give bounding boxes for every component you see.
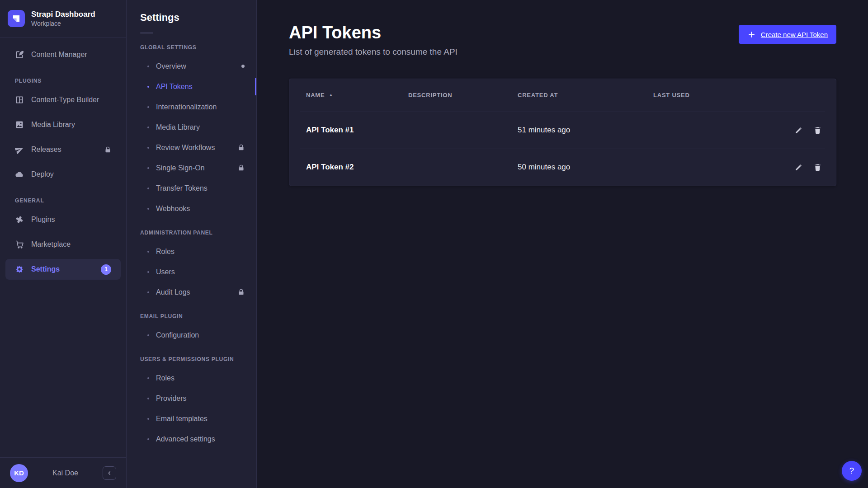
delete-token-button[interactable] — [810, 160, 825, 175]
token-created-at-cell: 50 minutes ago — [518, 163, 653, 172]
nav-item[interactable]: Deploy — [5, 164, 121, 185]
pencil-icon — [794, 163, 803, 172]
brand: Strapi Dashboard Workplace — [0, 0, 126, 38]
settings-nav-item-label: Users — [156, 268, 175, 276]
layout-icon — [15, 95, 24, 104]
bullet-dot — [147, 208, 149, 210]
sort-ascending-icon: ▲ — [329, 93, 333, 97]
nav-item[interactable]: Content-Type Builder — [5, 89, 121, 110]
settings-nav-item-label: Email templates — [156, 415, 208, 423]
trash-icon — [813, 163, 822, 172]
table-row[interactable]: API Token #1 51 minutes ago — [300, 112, 825, 149]
bullet-dot — [147, 188, 149, 189]
page-header: API Tokens List of generated tokens to c… — [289, 23, 836, 57]
edit-token-button[interactable] — [791, 160, 806, 175]
settings-nav-item[interactable]: Internationalization — [127, 97, 256, 117]
puzzle-icon — [15, 215, 24, 224]
delete-token-button[interactable] — [810, 122, 825, 138]
nav-item[interactable]: Content Manager — [5, 44, 121, 65]
settings-nav-item[interactable]: Webhooks — [127, 198, 256, 219]
settings-nav-item[interactable]: Configuration — [127, 325, 256, 345]
bullet-dot — [147, 291, 149, 293]
nav-item-label: Plugins — [31, 216, 55, 224]
bullet-dot — [147, 398, 149, 399]
feather-icon — [15, 50, 24, 59]
column-label: DESCRIPTION — [408, 92, 452, 99]
settings-nav-item[interactable]: Overview — [127, 56, 256, 76]
chevron-left-icon — [106, 470, 113, 476]
lock-icon — [238, 144, 245, 151]
settings-section-header: GLOBAL SETTINGS — [127, 44, 256, 51]
collapse-sidebar-button[interactable] — [103, 466, 116, 480]
column-header[interactable]: DESCRIPTION — [408, 92, 518, 99]
settings-nav-item-label: Roles — [156, 374, 175, 382]
settings-nav-section: ADMINISTRATION PANEL Roles Users Audit L… — [127, 230, 256, 302]
settings-nav-item[interactable]: Transfer Tokens — [127, 178, 256, 198]
settings-section-header: USERS & PERMISSIONS PLUGIN — [127, 356, 256, 362]
avatar[interactable]: KD — [10, 464, 28, 482]
settings-nav-item[interactable]: Review Workflows — [127, 137, 256, 158]
settings-nav-section: USERS & PERMISSIONS PLUGIN Roles Provide… — [127, 356, 256, 449]
settings-nav-item[interactable]: Roles — [127, 241, 256, 262]
plus-icon — [747, 30, 756, 39]
pencil-icon — [794, 126, 803, 135]
edit-token-button[interactable] — [791, 122, 806, 138]
settings-section-header: ADMINISTRATION PANEL — [127, 230, 256, 236]
paper-plane-icon — [15, 145, 24, 154]
bullet-dot — [147, 251, 149, 253]
settings-nav-item-label: API Tokens — [156, 83, 193, 91]
help-button[interactable]: ? — [842, 461, 862, 481]
settings-nav-item[interactable]: Advanced settings — [127, 429, 256, 449]
settings-subnav: Settings GLOBAL SETTINGS Overview API To… — [127, 0, 257, 488]
create-api-token-button[interactable]: Create new API Token — [739, 25, 836, 44]
column-header[interactable]: NAME ▲ — [306, 92, 408, 99]
settings-nav-item[interactable]: API Tokens — [127, 76, 256, 97]
nav-item-label: Releases — [31, 145, 61, 154]
token-created-at-cell: 51 minutes ago — [518, 126, 653, 135]
settings-nav-item[interactable]: Single Sign-On — [127, 158, 256, 178]
bullet-dot — [147, 271, 149, 273]
settings-nav-item[interactable]: Audit Logs — [127, 282, 256, 302]
nav-section-header: PLUGINS — [5, 78, 121, 84]
column-header[interactable]: LAST USED — [653, 92, 779, 99]
settings-nav-item[interactable]: Users — [127, 262, 256, 282]
row-actions — [775, 160, 825, 175]
settings-nav-item[interactable]: Providers — [127, 388, 256, 408]
settings-nav-item-label: Roles — [156, 248, 175, 256]
user-menu[interactable]: KD Kai Doe — [0, 457, 126, 488]
user-name: Kai Doe — [28, 469, 103, 477]
nav-item[interactable]: Releases — [5, 139, 121, 160]
token-name-cell: API Token #1 — [306, 126, 408, 135]
column-label: NAME — [306, 92, 325, 99]
bullet-dot — [147, 377, 149, 379]
settings-nav-item-label: Webhooks — [156, 205, 190, 213]
nav-section: PLUGINS Content-Type Builder Media Libra… — [5, 78, 121, 185]
nav-item[interactable]: Plugins — [5, 209, 121, 230]
nav-item-label: Media Library — [31, 121, 75, 129]
nav-item-label: Deploy — [31, 170, 54, 178]
nav-section-header: GENERAL — [5, 197, 121, 204]
nav-item[interactable]: Settings 1 — [5, 259, 121, 280]
settings-nav-item[interactable]: Roles — [127, 368, 256, 388]
nav-item-label: Settings — [31, 265, 60, 273]
cart-icon — [15, 240, 24, 249]
settings-nav-item[interactable]: Media Library — [127, 117, 256, 137]
notification-dot — [241, 65, 245, 68]
main-nav-list: Content Manager PLUGINS Content-Type Bui… — [0, 38, 126, 457]
nav-item[interactable]: Marketplace — [5, 234, 121, 255]
table-header-row: NAME ▲ DESCRIPTION CREATED AT LAST USED — [289, 79, 836, 112]
settings-nav-item-label: Providers — [156, 394, 187, 403]
row-actions — [775, 122, 825, 138]
cloud-icon — [15, 170, 24, 179]
bullet-dot — [147, 86, 149, 88]
column-header[interactable]: CREATED AT — [518, 92, 653, 99]
nav-item-label: Marketplace — [31, 240, 71, 249]
table-row[interactable]: API Token #2 50 minutes ago — [300, 149, 825, 186]
notifications-badge: 1 — [101, 264, 111, 275]
settings-nav-item[interactable]: Email templates — [127, 408, 256, 429]
nav-item[interactable]: Media Library — [5, 114, 121, 135]
settings-nav-section: EMAIL PLUGIN Configuration — [127, 313, 256, 345]
api-tokens-table: NAME ▲ DESCRIPTION CREATED AT LAST USED … — [289, 79, 836, 186]
subnav-title: Settings — [127, 12, 256, 23]
token-name-cell: API Token #2 — [306, 163, 408, 172]
